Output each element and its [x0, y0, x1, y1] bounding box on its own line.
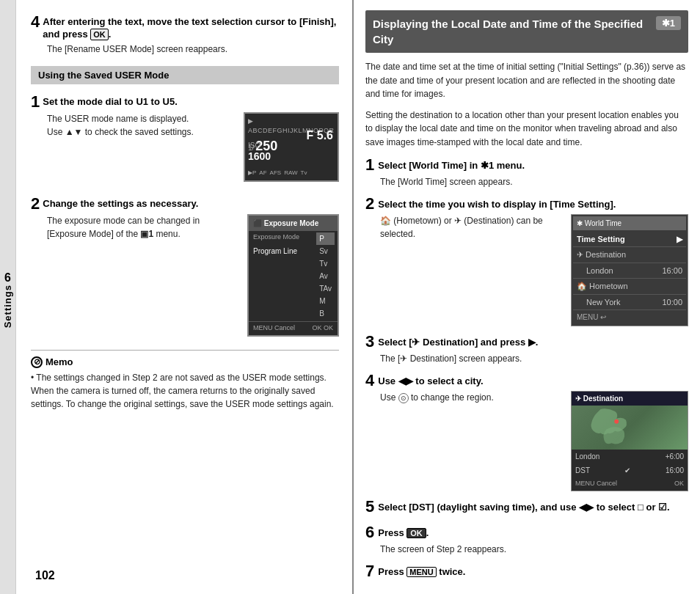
right-step-3: 3 Select [✈ Destination] and press ▶. Th…: [365, 334, 688, 365]
right-step-1-header: Select [World Time] in ✱1 menu.: [378, 157, 525, 171]
section-header-title: Displaying the Local Date and Time of th…: [373, 16, 649, 47]
right-step-5: 5 Select [DST] (daylight saving time), a…: [365, 499, 688, 517]
left-column: 4 After entering the text, move the text…: [16, 0, 354, 594]
right-step-6-body: The screen of Step 2 reappears.: [380, 543, 688, 556]
right-step-3-header: Select [✈ Destination] and press ▶.: [378, 334, 538, 348]
right-step-6: 6 Press OK. The screen of Step 2 reappea…: [365, 524, 688, 556]
right-column: Displaying the Local Date and Time of th…: [354, 0, 700, 594]
chapter-label: Settings: [2, 285, 13, 328]
menu-button-label: MENU: [406, 567, 436, 577]
step1-header: Set the mode dial to U1 to U5.: [43, 93, 178, 109]
lcd-world-time: ✱ World Time Time Setting▶ ✈ Destination…: [571, 214, 688, 327]
right-step-4-header: Use ◀▶ to select a city.: [378, 373, 483, 386]
memo-block: ⊘ Memo • The settings changed in Step 2 …: [31, 350, 339, 411]
right-step-4: 4 Use ◀▶ to select a city. ✈ Destination: [365, 373, 688, 491]
memo-title: ⊘ Memo: [31, 356, 339, 368]
chapter-sidebar: 6 Settings: [0, 0, 16, 594]
right-step-5-header: Select [DST] (daylight saving time), and…: [378, 499, 669, 513]
step1-block: 1 Set the mode dial to U1 to U5. ▶ ABCDE…: [31, 93, 339, 185]
right-step-1: 1 Select [World Time] in ✱1 menu. The [W…: [365, 157, 688, 188]
intro-step-header: After entering the text, move the text s…: [43, 13, 339, 41]
lcd-exposure-mode: ⬛ Exposure Mode Exposure Mode Program Li…: [247, 214, 339, 337]
lcd-user-mode: ▶ ABCDEFGHIJKLMNOPQR 1/ 250 F 5.6 ISO 16…: [244, 112, 339, 182]
svg-point-0: [614, 419, 619, 424]
right-step-4-body: ✈ Destination London+6:00: [380, 391, 688, 404]
intro-paragraph-2: Setting the destination to a location ot…: [365, 109, 688, 150]
wheel-icon: ⊙: [398, 393, 409, 403]
section-header: Displaying the Local Date and Time of th…: [365, 10, 688, 53]
intro-step-number: 4: [31, 13, 40, 31]
right-step-1-body: The [World Time] screen appears.: [380, 175, 688, 188]
chapter-number: 6: [4, 271, 11, 285]
step2-block: 2 Change the settings as necessary. ⬛ Ex…: [31, 195, 339, 340]
step2-header: Change the settings as necessary.: [43, 195, 198, 210]
lcd-destination: ✈ Destination London+6:00: [571, 391, 688, 491]
right-step-2-body: ✱ World Time Time Setting▶ ✈ Destination…: [380, 214, 688, 241]
section-header-badge: ✱1: [656, 16, 681, 30]
right-step-2: 2 Select the time you wish to display in…: [365, 196, 688, 327]
step1-body: ▶ ABCDEFGHIJKLMNOPQR 1/ 250 F 5.6 ISO 16…: [47, 112, 339, 139]
memo-text: • The settings changed in Step 2 are not…: [31, 371, 339, 411]
main-content: 4 After entering the text, move the text…: [16, 0, 700, 594]
memo-icon: ⊘: [31, 356, 43, 368]
step1-number: 1: [31, 93, 40, 111]
ok-key: OK: [90, 29, 109, 40]
right-step-2-header: Select the time you wish to display in […: [378, 196, 616, 210]
map-image: [572, 406, 688, 450]
intro-step: 4 After entering the text, move the text…: [31, 13, 339, 56]
intro-paragraph-1: The date and time set at the time of ini…: [365, 60, 688, 101]
step2-body: ⬛ Exposure Mode Exposure Mode Program Li…: [47, 214, 339, 241]
right-step-3-body: The [✈ Destination] screen appears.: [380, 352, 688, 365]
step2-number: 2: [31, 195, 40, 213]
right-step-7: 7 Press MENU twice.: [365, 563, 688, 582]
subsection-header: Using the Saved USER Mode: [31, 66, 339, 84]
page-number: 102: [35, 569, 55, 582]
right-step-6-header: Press OK.: [378, 524, 429, 538]
right-steps-area: 1 Select [World Time] in ✱1 menu. The [W…: [365, 157, 688, 582]
ok-button-label: OK: [406, 528, 426, 538]
intro-step-body: The [Rename USER Mode] screen reappears.: [47, 43, 339, 56]
right-step-7-header: Press MENU twice.: [378, 563, 465, 577]
